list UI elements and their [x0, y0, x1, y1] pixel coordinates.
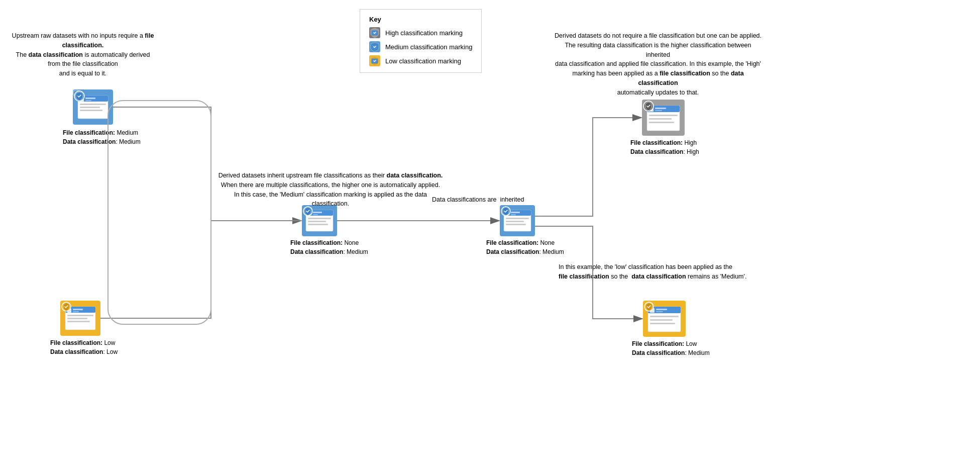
key-low-label: Low classification marking: [385, 57, 461, 65]
svg-rect-45: [506, 224, 526, 225]
center-right-badge: [501, 206, 511, 218]
svg-rect-31: [313, 212, 322, 213]
svg-rect-53: [649, 115, 678, 116]
key-item-high: High classification marking: [369, 27, 472, 38]
node-bottom-left-label: File classification: Low Data classifica…: [50, 338, 118, 356]
svg-rect-34: [308, 221, 326, 222]
svg-rect-64: [650, 319, 673, 321]
low-shield-icon: [369, 55, 380, 66]
key-item-low: Low classification marking: [369, 55, 472, 66]
svg-rect-65: [650, 323, 675, 324]
node-bottom-right-label: File classification: Low Data classifica…: [632, 339, 710, 357]
svg-rect-23: [67, 315, 93, 316]
svg-rect-14: [80, 110, 102, 111]
svg-rect-44: [506, 221, 524, 222]
key-high-label: High classification marking: [385, 29, 463, 37]
svg-rect-33: [308, 218, 331, 219]
svg-rect-62: [656, 311, 663, 312]
svg-rect-25: [67, 321, 90, 322]
bottom-right-description: In this example, the 'low' classificatio…: [559, 262, 746, 282]
node-center-right-label: File classification: None Data classific…: [486, 238, 564, 256]
key-box: Key High classification marking: [360, 9, 482, 73]
top-left-badge: [74, 90, 85, 103]
inherited-description: Data classifications are inherited: [432, 195, 524, 205]
upstream-description: Upstream raw datasets with no inputs req…: [10, 31, 156, 78]
high-shield-icon: [369, 27, 380, 38]
svg-rect-51: [655, 108, 666, 109]
svg-rect-43: [506, 218, 529, 219]
svg-rect-42: [511, 214, 516, 215]
top-right-description: Derived datasets do not require a file c…: [553, 31, 764, 97]
bottom-right-badge: [644, 302, 654, 313]
key-item-medium: Medium classification marking: [369, 41, 472, 52]
svg-rect-41: [511, 212, 520, 213]
top-right-badge: [643, 101, 654, 113]
svg-rect-55: [649, 122, 674, 123]
svg-rect-12: [80, 104, 106, 105]
svg-rect-32: [313, 214, 318, 215]
diagram-container: Key High classification marking: [0, 0, 980, 461]
svg-rect-21: [73, 309, 83, 310]
svg-rect-35: [308, 224, 328, 225]
svg-rect-52: [655, 110, 662, 111]
svg-rect-61: [656, 309, 667, 310]
node-top-right-label: File classification: High Data classific…: [630, 138, 699, 156]
svg-rect-24: [67, 318, 87, 319]
medium-shield-icon: [369, 41, 380, 52]
bottom-left-badge: [61, 302, 71, 313]
svg-rect-63: [650, 316, 679, 317]
node-top-left-label: File classification: Medium Data classif…: [63, 128, 141, 146]
svg-rect-11: [85, 100, 91, 101]
node-center-label: File classification: None Data classific…: [290, 238, 368, 256]
derived-center-description: Derived datasets inherit upstream file c…: [215, 171, 446, 209]
svg-rect-13: [80, 107, 100, 108]
key-medium-label: Medium classification marking: [385, 43, 472, 51]
key-title: Key: [369, 16, 472, 23]
svg-rect-54: [649, 118, 672, 120]
svg-rect-22: [73, 311, 79, 312]
svg-rect-10: [85, 98, 95, 99]
